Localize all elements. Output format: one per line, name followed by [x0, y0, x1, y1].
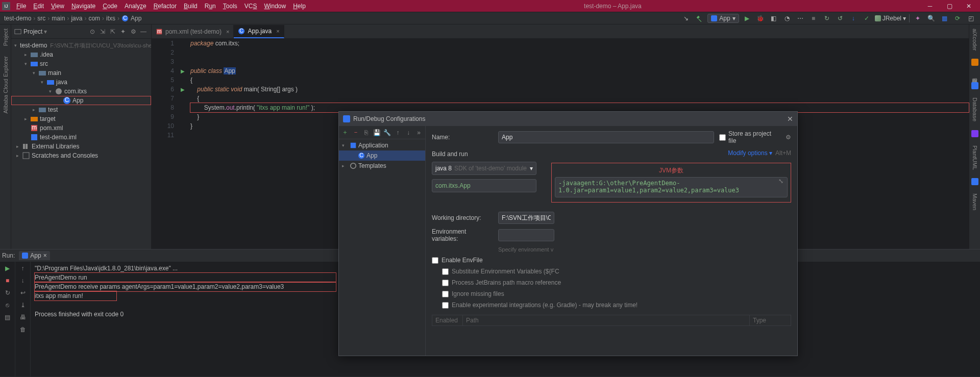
tree-item-test-demo[interactable]: ▾test-demoF:\SVN工作项目\CU\CU_V3\tools\cu-s…: [11, 41, 151, 50]
menu-edit[interactable]: Edit: [30, 2, 47, 11]
menu-vcs[interactable]: VCS: [241, 2, 260, 11]
rerun-icon[interactable]: ▶: [3, 264, 12, 273]
breadcrumb-item[interactable]: test-demo: [4, 15, 31, 22]
close-icon[interactable]: ×: [226, 29, 229, 35]
maximize-button[interactable]: ▢: [940, 1, 959, 12]
enable-envfile-checkbox[interactable]: Enable EnvFile: [432, 257, 791, 264]
back-icon[interactable]: ↘: [681, 13, 691, 23]
close-icon[interactable]: ✕: [787, 115, 793, 123]
search-icon[interactable]: 🔍: [926, 13, 936, 23]
breadcrumb-item[interactable]: java: [71, 15, 82, 22]
dialog-title-bar[interactable]: Run/Debug Configurations ✕: [339, 112, 797, 126]
config-tree-item[interactable]: ▸Templates: [339, 161, 425, 171]
jrebel-debug-icon[interactable]: ↺: [835, 13, 845, 23]
debug-icon[interactable]: 🐞: [755, 13, 766, 23]
database-icon[interactable]: [971, 82, 978, 89]
breadcrumb[interactable]: test-demo› src› main› java› com› itxs› C…: [4, 15, 141, 22]
menu-tools[interactable]: Tools: [220, 2, 240, 11]
restart-icon[interactable]: ↻: [3, 288, 12, 297]
copy-icon[interactable]: ⎘: [362, 128, 371, 137]
collapse-icon[interactable]: ⤡: [778, 178, 783, 185]
remove-icon[interactable]: －: [352, 128, 360, 137]
run-config-selector[interactable]: App ▾: [707, 14, 739, 23]
stop-icon[interactable]: ■: [808, 13, 819, 23]
tree-item--idea[interactable]: ▸.idea: [11, 50, 151, 59]
tree-item-external-libraries[interactable]: ▸External Libraries: [11, 142, 151, 151]
breadcrumb-item[interactable]: itxs: [106, 15, 115, 22]
ignore-missing-checkbox[interactable]: Ignore missing files: [442, 290, 791, 297]
menu-view[interactable]: View: [48, 2, 67, 11]
gear-icon[interactable]: ⚙: [129, 27, 138, 36]
scroll-end-icon[interactable]: ⤓: [18, 300, 28, 310]
run-gutter[interactable]: ▶▶: [178, 39, 187, 249]
plantuml-icon[interactable]: [971, 130, 978, 137]
close-icon[interactable]: ×: [43, 252, 47, 259]
add-icon[interactable]: ＋: [341, 128, 350, 137]
tree-item-src[interactable]: ▾src: [11, 59, 151, 68]
run-tab[interactable]: App ×: [19, 251, 50, 260]
tree-item-app[interactable]: CApp: [11, 96, 151, 105]
target-icon[interactable]: ⊙: [88, 27, 97, 36]
vcs-commit-icon[interactable]: ✓: [862, 13, 872, 23]
exp-int-checkbox[interactable]: Enable experimental integrations (e.g. G…: [442, 301, 791, 309]
jrebel-run-icon[interactable]: ↻: [822, 13, 832, 23]
run-icon[interactable]: ▶: [742, 13, 752, 23]
menu-file[interactable]: File: [13, 2, 29, 11]
menu-analyze[interactable]: Analyze: [121, 2, 150, 11]
vcs-update-icon[interactable]: ↓: [848, 13, 859, 23]
maven-button[interactable]: Maven: [972, 191, 978, 212]
tree-item-com-itxs[interactable]: ▾com.itxs: [11, 87, 151, 96]
chevron-down-icon[interactable]: ▾: [44, 28, 47, 35]
tree-item-target[interactable]: ▸target: [11, 114, 151, 123]
ai-icon[interactable]: ✦: [913, 13, 923, 23]
aixcoder-button[interactable]: aiXcoder: [972, 27, 978, 53]
menu-window[interactable]: Window: [261, 2, 289, 11]
store-project-checkbox[interactable]: Store as project file: [719, 130, 780, 144]
grid-icon[interactable]: ▦: [939, 13, 949, 23]
database-button[interactable]: Database: [972, 95, 978, 123]
up-icon[interactable]: ↑: [394, 128, 402, 137]
breadcrumb-item[interactable]: main: [52, 15, 65, 22]
expand-all-icon[interactable]: ⇲: [98, 27, 107, 36]
sub-env-checkbox[interactable]: Substitute Environment Variables (${FC: [442, 268, 791, 275]
update-icon[interactable]: ⟳: [952, 13, 963, 23]
plantuml-button[interactable]: PlantUML: [972, 143, 978, 172]
jrebel-dropdown[interactable]: JRebel ▾: [875, 15, 906, 22]
down-icon[interactable]: ↓: [18, 276, 28, 285]
profile-icon[interactable]: ◔: [782, 13, 792, 23]
working-dir-input[interactable]: [498, 212, 554, 224]
config-tree-item[interactable]: ▾Application: [339, 140, 425, 150]
menu-run[interactable]: Run: [202, 2, 219, 11]
maven-icon[interactable]: [971, 178, 978, 185]
menu-code[interactable]: Code: [100, 2, 120, 11]
expand-icon[interactable]: »: [414, 128, 423, 137]
breadcrumb-item[interactable]: App: [131, 15, 141, 22]
vm-args-input[interactable]: [555, 177, 788, 197]
line-gutter[interactable]: 1234567891011: [152, 39, 178, 249]
tree-item-java[interactable]: ▾java: [11, 78, 151, 87]
wrench-icon[interactable]: 🔧: [383, 128, 392, 137]
close-icon[interactable]: ×: [276, 28, 279, 34]
close-button[interactable]: ✕: [960, 1, 978, 12]
menu-help[interactable]: Help: [290, 2, 309, 11]
editor-tab[interactable]: mpom.xml (test-demo)×: [152, 25, 234, 38]
tree-item-scratches-and-consoles[interactable]: ▸Scratches and Consoles: [11, 151, 151, 160]
tree-item-main[interactable]: ▾main: [11, 68, 151, 78]
coverage-icon[interactable]: ◧: [769, 13, 779, 23]
gear-icon[interactable]: ⚙: [786, 134, 791, 141]
down-icon[interactable]: ↓: [404, 128, 413, 137]
soft-wrap-icon[interactable]: ↩: [18, 288, 28, 297]
sdk-selector[interactable]: java 8 SDK of 'test-demo' module ▾: [432, 162, 536, 175]
project-tool-button[interactable]: Project: [3, 27, 9, 48]
name-input[interactable]: [498, 131, 714, 143]
save-icon[interactable]: 💾: [373, 128, 381, 137]
layout-icon[interactable]: ▤: [3, 313, 12, 322]
app-icon[interactable]: [971, 59, 978, 66]
exit-icon[interactable]: ⎋: [3, 300, 12, 310]
jb-path-checkbox[interactable]: Process JetBrains path macro reference: [442, 279, 791, 286]
up-icon[interactable]: ↑: [18, 264, 28, 273]
tree-item-test[interactable]: ▸test: [11, 105, 151, 114]
modify-options-link[interactable]: Modify options ▾: [728, 149, 772, 157]
hammer-icon[interactable]: [694, 13, 704, 23]
config-tree[interactable]: ▾ApplicationCApp▸Templates: [339, 139, 425, 172]
